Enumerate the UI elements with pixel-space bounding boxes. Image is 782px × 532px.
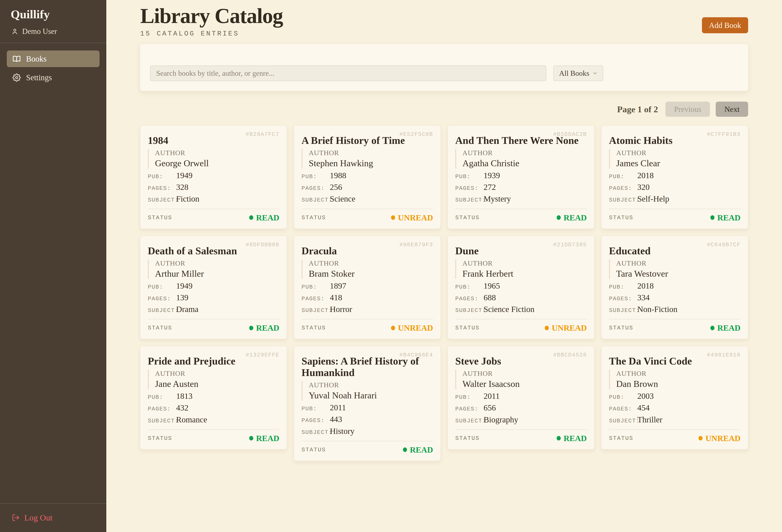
book-id: #21DD7385 [553,242,587,248]
book-open-icon [12,55,21,63]
subject-label: SUBJECT: [148,307,176,314]
pages-label: PAGES: [301,417,330,424]
book-meta: PUB: 2018 PAGES: 320 SUBJECT: Self-Help [609,171,741,204]
pub-value: 2018 [637,171,654,180]
status-dot-icon [710,326,714,330]
subject-label: SUBJECT: [148,418,176,424]
author-label: AUTHOR [155,259,279,267]
card-divider [609,319,741,319]
pub-value: 2011 [330,403,346,412]
page-info: Page 1 of 2 [617,104,658,114]
author-name: Stephen Hawking [309,158,433,169]
next-page-button[interactable]: Next [716,102,748,117]
status-badge: READ [557,433,587,443]
pages-value: 272 [484,182,496,192]
status-row: STATUS UNREAD [455,323,587,333]
author-block: AUTHOR Jane Austen [148,370,279,389]
status-value: READ [256,213,279,222]
author-name: Arthur Miller [155,269,279,279]
status-badge: READ [710,323,741,333]
author-block: AUTHOR Tara Westover [609,259,741,279]
book-card: #C649B7CF Educated AUTHOR Tara Westover … [601,236,748,339]
sidebar-item-settings[interactable]: Settings [7,69,100,86]
book-card: #C7FF91B3 Atomic Habits AUTHOR James Cle… [601,126,748,229]
card-divider [609,209,741,209]
status-label: STATUS [609,435,633,441]
book-id: #E52F5C0B [399,131,433,138]
status-value: READ [256,323,279,333]
status-dot-icon [545,326,549,330]
pages-label: PAGES: [148,295,176,302]
status-label: STATUS [148,325,172,331]
author-label: AUTHOR [155,149,279,157]
author-block: AUTHOR James Clear [609,149,741,169]
status-dot-icon [391,326,395,330]
user-name: Demo User [22,27,57,36]
author-block: AUTHOR Arthur Miller [148,259,279,279]
author-block: AUTHOR Yuval Noah Harari [301,381,433,401]
status-row: STATUS READ [148,433,279,443]
logout-button[interactable]: Log Out [12,513,52,523]
status-badge: UNREAD [391,213,433,222]
subject-label: SUBJECT: [609,307,637,314]
author-block: AUTHOR Dan Brown [609,370,741,389]
subject-value: Self-Help [637,194,669,204]
subject-label: SUBJECT: [455,418,484,424]
add-book-button[interactable]: Add Book [702,17,748,33]
pub-label: PUB: [609,394,637,401]
status-badge: UNREAD [391,323,433,333]
status-badge: READ [557,213,587,222]
page-title: Library Catalog [140,5,283,27]
pub-value: 1813 [176,391,192,401]
book-meta: PUB: 2011 PAGES: 443 SUBJECT: History [301,403,433,436]
subject-label: SUBJECT: [455,307,484,314]
pages-label: PAGES: [609,185,637,192]
pub-label: PUB: [301,173,330,180]
subject-value: Thriller [637,415,662,424]
user-row: Demo User [0,21,106,36]
author-block: AUTHOR Frank Herbert [455,259,587,279]
card-divider [148,429,279,430]
filter-dropdown[interactable]: All Books [553,66,603,81]
status-row: STATUS READ [609,323,741,333]
author-name: James Clear [616,158,741,169]
previous-page-button[interactable]: Previous [666,102,710,117]
pub-label: PUB: [609,284,637,290]
book-meta: PUB: 1949 PAGES: 139 SUBJECT: Drama [148,281,279,314]
status-dot-icon [249,215,253,220]
logout-section: Log Out [0,503,106,532]
status-badge: READ [249,323,279,333]
subject-value: History [330,426,354,436]
status-value: READ [256,433,279,443]
subject-label: SUBJECT: [301,197,330,203]
book-id: #BBCD4528 [553,352,587,358]
chevron-down-icon [593,71,598,76]
sidebar-item-books[interactable]: Books [7,50,100,67]
pub-value: 2003 [637,391,654,401]
subject-value: Drama [176,305,199,314]
author-block: AUTHOR Stephen Hawking [301,149,433,169]
author-name: Bram Stoker [309,269,433,279]
status-label: STATUS [609,214,633,221]
book-id: #8DFD0B88 [246,242,279,248]
status-value: UNREAD [398,323,433,333]
card-divider [455,429,587,430]
author-label: AUTHOR [616,149,741,157]
pages-value: 139 [176,293,188,302]
status-dot-icon [249,326,253,330]
sidebar-item-label: Settings [26,73,52,82]
search-input[interactable] [150,66,546,81]
book-id: #C7FF91B3 [707,131,741,138]
author-name: George Orwell [155,158,279,169]
book-meta: PUB: 2003 PAGES: 454 SUBJECT: Thriller [609,391,741,424]
author-name: Walter Isaacson [462,379,587,389]
author-label: AUTHOR [616,370,741,378]
author-label: AUTHOR [309,381,433,389]
status-row: STATUS UNREAD [301,213,433,222]
subject-value: Science Fiction [484,305,534,314]
book-card: #96E879F3 Dracula AUTHOR Bram Stoker PUB… [294,236,441,339]
pages-label: PAGES: [301,295,330,302]
pages-value: 328 [176,182,188,192]
card-divider [455,319,587,319]
status-value: UNREAD [552,323,587,333]
